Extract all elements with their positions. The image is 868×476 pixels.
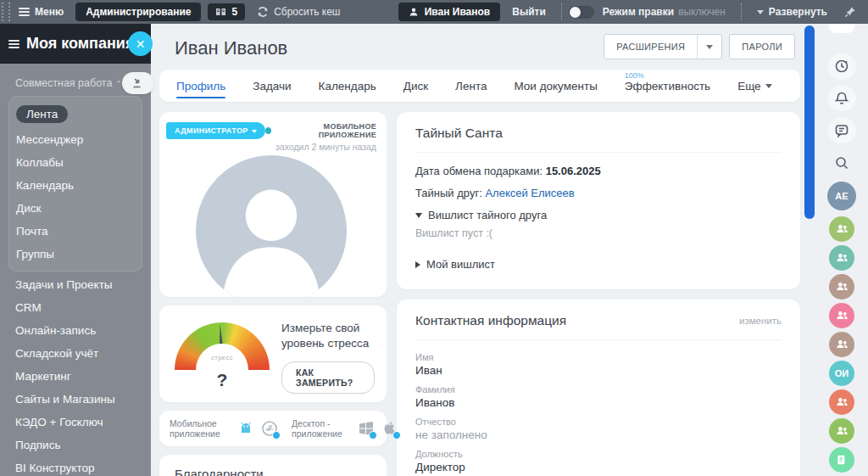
sidebar-item-sites[interactable]: Сайты и Магазины: [8, 388, 142, 411]
chat-avatar-group[interactable]: [829, 245, 854, 271]
mobile-app-link[interactable]: Мобильное приложение: [170, 418, 231, 440]
search-button[interactable]: [827, 149, 856, 176]
rail-handle[interactable]: [829, 24, 854, 33]
tab-documents[interactable]: Мои документы: [514, 70, 597, 102]
field-value: Иван: [415, 364, 782, 377]
expand-button[interactable]: Развернуть: [748, 6, 836, 18]
chat-avatar-news[interactable]: [829, 447, 854, 473]
drag-handle-icon[interactable]: [2, 3, 10, 21]
divider: [415, 339, 782, 340]
reset-cache-button[interactable]: Сбросить кеш: [248, 6, 348, 18]
stress-text: Измерьте свой уровень стресса: [281, 321, 375, 351]
sidebar-close-button[interactable]: ✕: [128, 31, 153, 56]
chat-avatar-user[interactable]: АЕ: [827, 182, 856, 210]
santa-friend-link[interactable]: Алексей Елисеев: [485, 187, 574, 199]
chat-avatar-group[interactable]: [829, 303, 854, 328]
chat-avatar-group[interactable]: [829, 332, 854, 357]
extensions-dropdown-button[interactable]: [697, 35, 721, 59]
chat-avatar-group[interactable]: [829, 216, 854, 242]
user-button[interactable]: Иван Иванов: [398, 3, 501, 21]
how-to-measure-button[interactable]: КАК ЗАМЕРИТЬ?: [281, 361, 375, 394]
sidebar-item-inventory[interactable]: Складской учёт: [8, 342, 142, 365]
hamburger-icon[interactable]: [8, 38, 19, 50]
my-wishlist-toggle[interactable]: Мой вишлист: [415, 258, 782, 271]
appstore-icon[interactable]: [261, 420, 278, 437]
tab-drive[interactable]: Диск: [403, 70, 428, 102]
desktop-app-link[interactable]: Десктоп - приложение: [292, 418, 351, 440]
extensions-button[interactable]: РАСШИРЕНИЯ: [604, 34, 722, 59]
chevron-up-icon: ⌃: [115, 80, 122, 88]
sidebar-item-messenger[interactable]: Мессенджер: [9, 128, 142, 151]
windows-icon[interactable]: [358, 420, 375, 437]
sidebar-item-bi[interactable]: BI Конструктор: [8, 456, 142, 476]
edit-mode-state: выключен: [678, 6, 726, 18]
sidebar-item-collabs[interactable]: Коллабы: [9, 151, 142, 174]
sidebar-item-kedo[interactable]: КЭДО + Госключ: [8, 411, 142, 434]
role-badge[interactable]: АДМИНИСТРАТОР: [166, 122, 265, 139]
apps-card: Мобильное приложение Десктоп - приложени…: [159, 411, 387, 446]
admin-button[interactable]: Администрирование: [75, 3, 201, 21]
passwords-button[interactable]: ПАРОЛИ: [729, 34, 795, 59]
scrollbar-thumb[interactable]: [804, 25, 815, 219]
tab-calendar[interactable]: Календарь: [319, 70, 376, 102]
left-sidebar: Моя компания ✕ Совместная работа⌃ Лента …: [0, 24, 151, 476]
friend-wishlist-toggle[interactable]: Вишлист тайного друга: [415, 209, 782, 221]
sidebar-item-sign[interactable]: Подпись: [8, 434, 142, 456]
search-icon: [834, 155, 849, 171]
sidebar-item-groups[interactable]: Группы: [9, 243, 142, 266]
sidebar-item-feed[interactable]: Лента: [9, 100, 142, 128]
tab-tasks[interactable]: Задачи: [253, 70, 291, 102]
messenger-button[interactable]: [827, 117, 856, 143]
sidebar-item-mail[interactable]: Почта: [9, 220, 142, 243]
tab-more[interactable]: Еще: [737, 70, 771, 102]
edit-mode-toggle[interactable]: [569, 6, 594, 19]
document-icon: [835, 453, 849, 467]
chat-icon: [834, 123, 849, 138]
chevron-down-icon: [252, 130, 257, 133]
person-silhouette-icon: [196, 164, 347, 297]
gauge-value: ?: [175, 370, 270, 390]
tab-feed[interactable]: Лента: [455, 70, 487, 102]
notifications-counter[interactable]: 5: [208, 3, 245, 20]
time-button[interactable]: [827, 53, 856, 80]
apple-icon[interactable]: [381, 420, 398, 437]
field-label: Фамилия: [415, 384, 782, 395]
edit-mode: Режим правки выключен: [594, 6, 734, 18]
download-badge-icon: [369, 431, 377, 440]
chevron-down-icon: [757, 10, 764, 14]
sidebar-item-booking[interactable]: Онлайн-запись: [8, 319, 142, 342]
profile-avatar[interactable]: [196, 155, 347, 297]
sidebar-item-calendar[interactable]: Календарь: [9, 174, 142, 197]
chat-avatar-group[interactable]: [829, 274, 854, 300]
triangle-down-icon: [415, 213, 422, 218]
notifications-button[interactable]: [827, 86, 856, 112]
efficiency-badge: 100%: [625, 71, 644, 80]
menu-button[interactable]: Меню: [10, 6, 72, 18]
tab-efficiency[interactable]: 100% Эффективность: [625, 70, 710, 102]
gauge-label: стресс: [175, 354, 270, 361]
pin-button[interactable]: [836, 6, 868, 18]
pin-icon: [844, 6, 856, 18]
mobile-app-label: МОБИЛЬНОЕ ПРИЛОЖЕНИЕ: [275, 122, 376, 139]
logout-button[interactable]: Выйти: [504, 6, 554, 18]
sidebar-item-crm[interactable]: CRM: [8, 296, 142, 319]
bell-icon: [834, 91, 849, 106]
sidebar-collapse-button[interactable]: [122, 72, 154, 94]
chat-avatar-group[interactable]: [829, 389, 854, 415]
sidebar-item-drive[interactable]: Диск: [9, 197, 142, 220]
group-icon: [835, 279, 849, 294]
last-seen-text: заходил 2 минуты назад: [265, 142, 376, 152]
santa-date-value: 15.06.2025: [546, 165, 601, 177]
sidebar-item-tasks[interactable]: Задачи и Проекты: [8, 273, 142, 296]
tab-profile[interactable]: Профиль: [176, 70, 225, 102]
android-icon[interactable]: [237, 420, 254, 437]
edit-link[interactable]: изменить: [739, 316, 782, 326]
sidebar-item-marketing[interactable]: Маркетинг: [8, 365, 142, 388]
sidebar-title: Моя компания: [26, 35, 134, 53]
collapse-icon: [131, 77, 145, 89]
edit-mode-label: Режим правки: [603, 6, 674, 18]
chat-avatar-initials[interactable]: ОИ: [829, 361, 854, 386]
chat-avatar-group[interactable]: [829, 418, 854, 444]
separator: [561, 3, 562, 20]
contact-title: Контактная информация: [415, 313, 566, 328]
